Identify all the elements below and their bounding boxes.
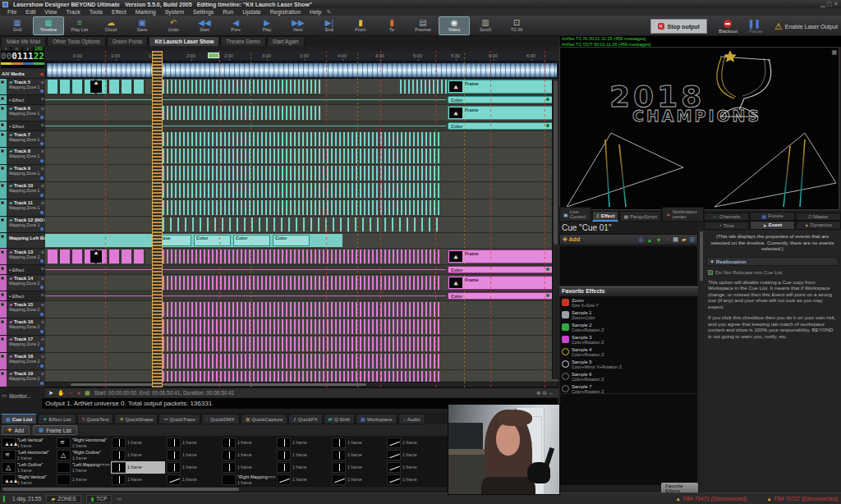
tab-time[interactable]: ◔Time xyxy=(704,222,749,230)
timeline-hscrollbar[interactable] xyxy=(45,382,558,387)
disable-icon[interactable]: ⊘ xyxy=(41,266,44,271)
menu-marking[interactable]: Marking xyxy=(131,9,160,15)
cue-cell[interactable]: 1 frame xyxy=(111,461,165,474)
disable-icon[interactable]: ⊘ xyxy=(41,96,44,101)
cue-cell[interactable]: 1 frame xyxy=(111,437,165,449)
toolbar-cloud-button[interactable]: ☁Cloud xyxy=(95,16,126,35)
menu-system[interactable]: System xyxy=(161,9,188,15)
track-header[interactable]: ▰ Track 19Mapping Zone 2⊘ xyxy=(0,370,45,387)
track-lane[interactable] xyxy=(45,199,558,217)
disable-icon[interactable]: ⊘ xyxy=(41,354,44,359)
disable-icon[interactable]: ⊘ xyxy=(41,276,44,281)
menu-effect[interactable]: Effect xyxy=(108,9,131,15)
track-checkbox[interactable] xyxy=(1,218,4,222)
clip-enable-dot[interactable] xyxy=(546,98,549,101)
clip-barcode[interactable] xyxy=(163,183,439,198)
timeline-vscrollbar[interactable] xyxy=(552,79,558,379)
clip-barcode-sparse[interactable] xyxy=(163,218,439,231)
favorite-effect-item[interactable]: Sample 7Color+Rotation Z xyxy=(560,383,697,394)
effect-lane[interactable]: Color▸ xyxy=(45,121,558,131)
clip-barcode[interactable] xyxy=(163,200,439,215)
preview-grid-icon[interactable]: ▦ xyxy=(831,49,837,56)
delete-icon[interactable]: ✕ xyxy=(664,236,669,243)
clip-barcode[interactable] xyxy=(163,319,439,334)
disable-icon[interactable]: ⊘ xyxy=(41,166,44,171)
track-header[interactable]: Mapping Left Box⊘ xyxy=(0,233,45,249)
disable-icon[interactable]: ⊘ xyxy=(41,106,44,111)
toolbar-undo-button[interactable]: ↶Undo xyxy=(158,16,189,35)
toolbar-grid-button[interactable]: ▦Grid xyxy=(2,16,33,35)
frame-clip[interactable]: ⛰Frame xyxy=(448,106,557,120)
cue-add-button[interactable]: ✚ Add xyxy=(563,236,580,243)
track-checkbox[interactable] xyxy=(1,107,4,110)
toolbar-save-button[interactable]: ▣Save xyxy=(126,16,158,35)
laser-preview-window[interactable]: ▦ 2018 CHAMPIONS xyxy=(559,47,839,210)
track-header[interactable]: ▰ Track 7Mapping Zone 1⊘ xyxy=(0,131,45,148)
track-checkbox[interactable] xyxy=(1,293,4,296)
clip-enable-dot[interactable] xyxy=(546,268,549,271)
toolbar-from-button[interactable]: ▮From xyxy=(345,16,376,35)
track-lane[interactable] xyxy=(45,336,558,353)
cue-cell[interactable]: ≋"Left Horizontal"1 frame xyxy=(1,449,55,461)
record-marker-icon[interactable]: ● xyxy=(77,390,80,396)
effect-lane[interactable]: Color▸ xyxy=(45,95,558,105)
cue-cell[interactable]: "Left Mapping>>>>"1 frame xyxy=(56,461,110,474)
disable-icon[interactable]: ⊘ xyxy=(41,200,44,205)
track-header[interactable]: ▰ Track 6Mapping Zone 1⊘ xyxy=(0,105,45,121)
toolbar-video-button[interactable]: ◉Video xyxy=(439,16,470,35)
track-checkbox[interactable] xyxy=(1,267,4,270)
display-icon[interactable]: ▭ xyxy=(117,496,122,502)
move-up-icon[interactable]: ▲ xyxy=(647,237,653,243)
favorite-effect-item[interactable]: ZoomSize X+Size Y xyxy=(560,296,697,309)
clip-enable-dot[interactable] xyxy=(546,124,549,127)
cue-cell[interactable]: 1 frame xyxy=(386,461,440,474)
zone-dot[interactable] xyxy=(40,89,44,93)
disable-icon[interactable]: ⊘ xyxy=(41,132,44,137)
effect-line[interactable] xyxy=(45,296,446,296)
menu-help[interactable]: Help xyxy=(306,9,325,15)
clip-barcode[interactable] xyxy=(163,149,439,163)
clip-barcode[interactable] xyxy=(163,354,439,369)
bottom-tab-effect-list[interactable]: ✦Effect List xyxy=(38,414,76,424)
track-header[interactable]: ▰ Track 11Mapping Zone 1⊘ xyxy=(0,199,45,217)
tcp-button[interactable]: ▮TCP xyxy=(86,495,113,503)
effect-row-header[interactable]: ▪ Effect⊘ xyxy=(0,95,45,105)
menu-edit[interactable]: Edit xyxy=(21,9,39,15)
clip-barcode[interactable] xyxy=(163,337,439,351)
disable-icon[interactable]: ⊘ xyxy=(41,302,44,307)
track-header[interactable]: ▰ Track 16Mapping Zone 2⊘ xyxy=(0,318,45,336)
frame-list-button[interactable]: ▦Frame List xyxy=(33,425,77,435)
cue-cell[interactable]: 1 frame xyxy=(386,437,440,449)
zones-button[interactable]: ▰ZONES xyxy=(46,495,80,503)
effect-row-header[interactable]: ▪ Effect⊘ xyxy=(0,265,45,275)
menu-tools[interactable]: Tools xyxy=(85,9,107,15)
folder-icon[interactable]: ▰ xyxy=(682,236,686,243)
clip-barcode[interactable] xyxy=(163,132,439,146)
disable-icon[interactable]: ⊘ xyxy=(41,234,44,239)
menu-settings[interactable]: Settings xyxy=(189,9,218,15)
timeline-ruler[interactable]: 0:301:001:302:002:303:003:304:004:305:00… xyxy=(45,51,558,62)
toolbar-timeline-button[interactable]: ▦Timeline xyxy=(33,16,64,35)
mapping-clip[interactable]: Color xyxy=(233,235,270,246)
track-checkbox[interactable] xyxy=(1,184,4,187)
timeline-tab[interactable]: Green Portal xyxy=(107,36,149,46)
stop-output-button[interactable]: ✕ Stop output xyxy=(650,19,707,34)
copy-icon[interactable]: ▥ xyxy=(689,236,695,243)
track-lane[interactable] xyxy=(45,148,558,165)
track-checkbox[interactable] xyxy=(1,201,4,204)
timeline-tab[interactable]: Kit Launch Laser Show xyxy=(149,36,219,46)
bottom-tab-quickdmx[interactable]: ↑QuickDMX xyxy=(201,414,240,424)
disable-icon[interactable]: ⊘ xyxy=(41,371,44,376)
track-lane[interactable] xyxy=(45,165,558,182)
effect-line[interactable] xyxy=(45,99,446,100)
color-clip[interactable]: Color▸ xyxy=(448,96,557,103)
zone-dot[interactable] xyxy=(40,159,44,163)
zone-dot[interactable] xyxy=(40,259,44,263)
clip-barcode[interactable] xyxy=(163,166,439,181)
color-clip[interactable]: Color▸ xyxy=(448,292,557,300)
disable-icon[interactable]: ⊘ xyxy=(41,122,44,127)
tab-live-control[interactable]: ▣Live Control xyxy=(559,207,591,222)
toolbar-scroll-button[interactable]: ▥Scroll xyxy=(470,16,501,35)
menu-registration[interactable]: Registration xyxy=(266,9,305,15)
favorite-effect-item[interactable]: Sample 2Color+Rotation Z xyxy=(560,321,697,333)
